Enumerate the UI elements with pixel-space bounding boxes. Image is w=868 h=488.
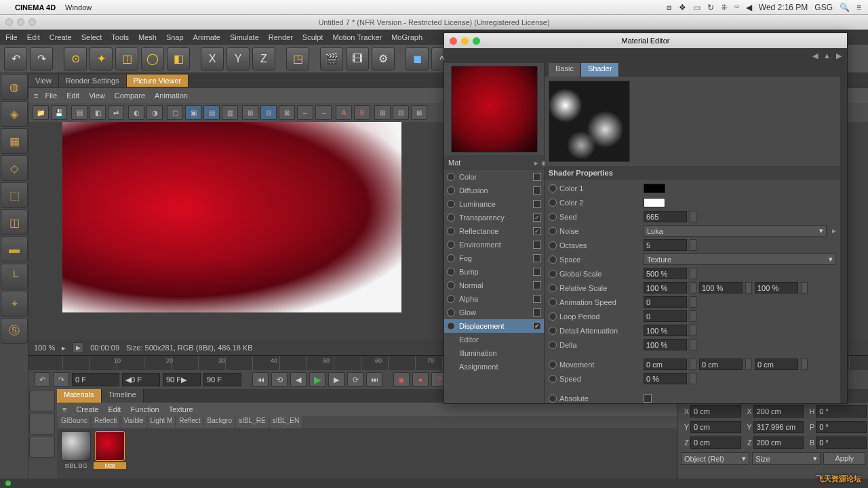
channel-assignment[interactable]: Assignment bbox=[444, 360, 544, 373]
rot-h[interactable]: 0 ° bbox=[816, 405, 867, 418]
tab-timeline[interactable]: Timeline bbox=[102, 389, 144, 403]
absolute-checkbox[interactable] bbox=[644, 394, 652, 403]
nav-up-icon[interactable]: ▲ bbox=[823, 52, 831, 60]
rotate-tool[interactable]: ◯ bbox=[141, 47, 164, 70]
pv-animation[interactable]: Animation bbox=[155, 92, 188, 100]
noise-dropdown[interactable]: Luka▾ bbox=[644, 225, 827, 237]
pv-file[interactable]: File bbox=[45, 92, 57, 100]
pv-play[interactable]: ▶ bbox=[73, 342, 83, 353]
channel-transparency[interactable]: Transparency✓ bbox=[444, 211, 544, 224]
point-mode[interactable]: ⬚ bbox=[1, 182, 28, 208]
step-back-key[interactable]: ⟲ bbox=[271, 372, 288, 387]
pv-edit[interactable]: Edit bbox=[66, 92, 79, 100]
select-tool[interactable]: ⊙ bbox=[64, 47, 87, 70]
pos-y[interactable]: 0 cm bbox=[690, 421, 741, 433]
cube-primitive[interactable]: ◼ bbox=[406, 47, 429, 70]
nav-back-icon[interactable]: ◀ bbox=[812, 52, 818, 60]
redo-anim[interactable]: ↷ bbox=[53, 372, 69, 387]
wifi-icon[interactable]: ⌔ bbox=[734, 3, 739, 12]
menu-tools[interactable]: Tools bbox=[111, 33, 129, 41]
color1-swatch[interactable] bbox=[644, 184, 665, 193]
mgr2[interactable] bbox=[29, 413, 55, 434]
pv-swap[interactable]: ⇄ bbox=[108, 105, 124, 120]
menu-sculpt[interactable]: Sculpt bbox=[302, 33, 323, 41]
pv-compare[interactable]: Compare bbox=[115, 92, 145, 100]
pv-b[interactable]: B bbox=[354, 105, 370, 120]
detail-input[interactable]: 100 % bbox=[644, 325, 687, 336]
end-frame[interactable]: 90 F ▶ bbox=[163, 373, 201, 386]
close-icon[interactable] bbox=[450, 37, 457, 45]
tab-shader[interactable]: Shader bbox=[581, 63, 619, 77]
size-z[interactable]: 200 cm bbox=[753, 436, 804, 449]
pv-info3[interactable]: ⊠ bbox=[279, 105, 295, 120]
pos-z[interactable]: 0 cm bbox=[690, 436, 741, 449]
goto-end[interactable]: ⏭ bbox=[366, 372, 382, 387]
pv-grid3[interactable]: ⊠ bbox=[411, 105, 427, 120]
step-back[interactable]: ◀ bbox=[290, 372, 307, 387]
channel-illumination[interactable]: Illumination bbox=[444, 346, 544, 360]
pos-x[interactable]: 0 cm bbox=[690, 405, 741, 418]
zoom-icon[interactable] bbox=[473, 37, 480, 45]
current-frame[interactable]: 0 F bbox=[72, 373, 119, 386]
relscale-z[interactable]: 100 % bbox=[755, 282, 798, 293]
material-name-input[interactable] bbox=[448, 159, 532, 167]
volume-icon[interactable]: ◀ bbox=[746, 3, 752, 12]
noise-expand-icon[interactable]: ▸ bbox=[832, 226, 836, 235]
mgr3[interactable] bbox=[29, 436, 55, 458]
axis-z[interactable]: Z bbox=[252, 47, 275, 70]
menu-animate[interactable]: Animate bbox=[193, 33, 220, 41]
sync-icon[interactable]: ❖ bbox=[679, 3, 686, 12]
pv-grid2[interactable]: ⊟ bbox=[393, 105, 409, 120]
menu-render[interactable]: Render bbox=[269, 33, 293, 41]
tab-materials[interactable]: Materials bbox=[57, 389, 102, 403]
mat-texture[interactable]: Texture bbox=[169, 405, 193, 413]
axis-y[interactable]: Y bbox=[226, 47, 250, 70]
coord-apply[interactable]: Apply bbox=[823, 452, 865, 465]
material-editor-titlebar[interactable]: Material Editor bbox=[444, 33, 847, 48]
pv-filter4[interactable]: ▥ bbox=[222, 105, 238, 120]
move-z[interactable]: 0 cm bbox=[755, 359, 798, 370]
move-tool[interactable]: ✦ bbox=[90, 47, 113, 70]
bluetooth-icon[interactable]: ⁜ bbox=[721, 3, 728, 12]
channel-color[interactable]: Color bbox=[444, 170, 544, 184]
material-mat[interactable]: Mat bbox=[94, 431, 126, 469]
pv-view[interactable]: View bbox=[89, 92, 105, 100]
render-view[interactable]: 🎬 bbox=[320, 47, 343, 70]
material-sibl-bg[interactable]: sIBL BG bbox=[60, 431, 92, 469]
display-icon[interactable]: ▭ bbox=[693, 3, 701, 12]
pv-nav1[interactable]: ◐ bbox=[128, 105, 144, 120]
menu-edit[interactable]: Edit bbox=[27, 33, 40, 41]
space-dropdown[interactable]: Texture▾ bbox=[644, 253, 836, 265]
snap-toggle[interactable]: Ⓢ bbox=[1, 318, 28, 344]
pv-filter1[interactable]: ▢ bbox=[167, 105, 183, 120]
size-y[interactable]: 317.996 cm bbox=[753, 421, 804, 433]
rot-p[interactable]: 0 ° bbox=[816, 421, 867, 433]
seed-input[interactable]: 665 bbox=[644, 211, 687, 222]
channel-luminance[interactable]: Luminance bbox=[444, 197, 544, 211]
pv-a[interactable]: A bbox=[336, 105, 352, 120]
pv-info1[interactable]: ⊞ bbox=[242, 105, 258, 120]
pv-arrow2[interactable]: → bbox=[315, 105, 332, 120]
channel-alpha[interactable]: Alpha bbox=[444, 292, 544, 306]
material-preview[interactable] bbox=[451, 66, 538, 152]
clock[interactable]: Wed 2:16 PM bbox=[759, 3, 808, 12]
menu-snap[interactable]: Snap bbox=[166, 33, 184, 41]
shader-preview[interactable] bbox=[549, 81, 630, 162]
scale-tool[interactable]: ◫ bbox=[115, 47, 138, 70]
texture-mode[interactable]: ▦ bbox=[1, 128, 28, 154]
undo-button[interactable]: ↶ bbox=[4, 47, 27, 70]
step-fwd-key[interactable]: ⟳ bbox=[347, 372, 363, 387]
speed-input[interactable]: 0 % bbox=[644, 373, 687, 384]
mat-create[interactable]: Create bbox=[76, 405, 98, 413]
menu-mesh[interactable]: Mesh bbox=[138, 33, 157, 41]
delta-input[interactable]: 100 % bbox=[644, 339, 687, 350]
nav-fwd-icon[interactable]: ▶ bbox=[836, 52, 842, 60]
record-key[interactable]: ◉ bbox=[393, 372, 410, 387]
workplane[interactable]: ◇ bbox=[1, 155, 28, 181]
tweak-mode[interactable]: ⌖ bbox=[1, 291, 28, 317]
pv-filter2[interactable]: ▣ bbox=[185, 105, 201, 120]
coord-system[interactable]: ◳ bbox=[286, 47, 309, 70]
move-x[interactable]: 0 cm bbox=[644, 359, 687, 370]
move-y[interactable]: 0 cm bbox=[699, 359, 743, 370]
channel-editor[interactable]: Editor bbox=[444, 333, 544, 346]
